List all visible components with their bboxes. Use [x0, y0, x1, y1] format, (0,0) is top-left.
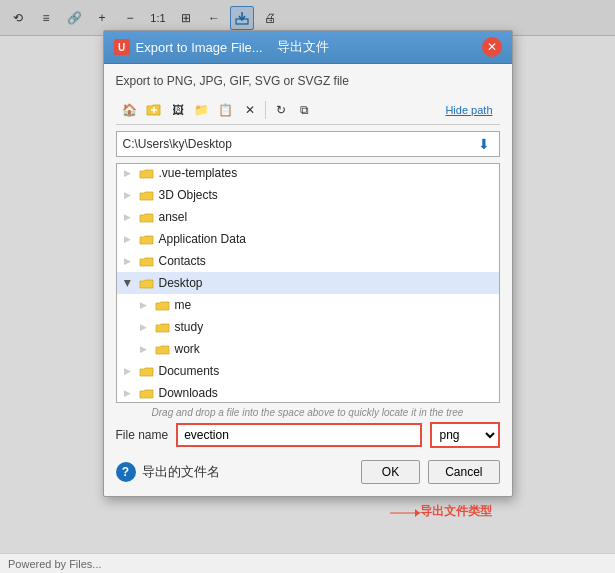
tree-chevron-contacts: ▶ [121, 254, 135, 268]
folder-icon-documents [139, 364, 155, 378]
export-dialog: U Export to Image File... 导出文件 ✕ Export … [103, 30, 513, 497]
tree-label-ansel: ansel [159, 210, 188, 224]
tree-chevron-desktop: ▶ [121, 276, 135, 290]
export-filename-label-zh: 导出的文件名 [142, 463, 220, 481]
dialog-close-button[interactable]: ✕ [482, 37, 502, 57]
tree-label-contacts: Contacts [159, 254, 206, 268]
tree-chevron-downloads: ▶ [121, 386, 135, 400]
folder-icon-study [155, 320, 171, 334]
folder-icon-3dobjects [139, 188, 155, 202]
annotation-type-text: 导出文件类型 [420, 503, 492, 520]
dialog-overlay: U Export to Image File... 导出文件 ✕ Export … [0, 0, 615, 573]
tree-label-documents: Documents [159, 364, 220, 378]
tree-chevron-study: ▶ [137, 320, 151, 334]
tree-item-me[interactable]: ▶ me [117, 294, 499, 316]
folder-icon-work [155, 342, 171, 356]
tree-item-appdata[interactable]: ▶ Application Data [117, 228, 499, 250]
tree-item-3dobjects[interactable]: ▶ 3D Objects [117, 184, 499, 206]
dtb-new-folder[interactable] [143, 99, 165, 121]
folder-icon-appdata [139, 232, 155, 246]
tree-label-work: work [175, 342, 200, 356]
tree-label-vue-templates: .vue-templates [159, 166, 238, 180]
tree-chevron-vue-templates: ▶ [121, 166, 135, 180]
app-icon: U [114, 39, 130, 55]
tree-label-study: study [175, 320, 204, 334]
new-folder-icon [146, 103, 162, 117]
tree-item-contacts[interactable]: ▶ Contacts [117, 250, 499, 272]
tree-item-work[interactable]: ▶ work [117, 338, 499, 360]
drag-hint: Drag and drop a file into the space abov… [116, 407, 500, 418]
action-buttons: OK Cancel [361, 460, 500, 484]
tree-chevron-me: ▶ [137, 298, 151, 312]
tree-chevron-appdata: ▶ [121, 232, 135, 246]
tree-label-downloads: Downloads [159, 386, 218, 400]
dtb-refresh[interactable]: ↻ [270, 99, 292, 121]
tree-chevron-ansel: ▶ [121, 210, 135, 224]
dtb-home[interactable]: 🏠 [119, 99, 141, 121]
ok-button[interactable]: OK [361, 460, 420, 484]
format-select[interactable]: pngjpggifsvgsvgz [430, 422, 500, 448]
dialog-title: Export to Image File... [136, 40, 263, 55]
current-path: C:\Users\ky\Desktop [123, 137, 232, 151]
tree-label-me: me [175, 298, 192, 312]
path-download-icon[interactable]: ⬇ [475, 135, 493, 153]
dtb-delete[interactable]: ✕ [239, 99, 261, 121]
tree-chevron-documents: ▶ [121, 364, 135, 378]
dialog-subtitle: Export to PNG, JPG, GIF, SVG or SVGZ fil… [116, 74, 500, 88]
dtb-folder[interactable]: 📁 [191, 99, 213, 121]
tree-label-appdata: Application Data [159, 232, 246, 246]
tree-item-downloads[interactable]: ▶ Downloads [117, 382, 499, 403]
tree-item-desktop[interactable]: ▶ Desktop [117, 272, 499, 294]
dialog-titlebar: U Export to Image File... 导出文件 ✕ [104, 31, 512, 64]
annotation-export-type: 导出文件类型 [390, 498, 510, 531]
dialog-body: Export to PNG, JPG, GIF, SVG or SVGZ fil… [104, 64, 512, 496]
dialog-title-left: U Export to Image File... 导出文件 [114, 38, 329, 56]
filename-input[interactable] [176, 423, 421, 447]
folder-icon-downloads [139, 386, 155, 400]
dialog-buttons-row: ? 导出的文件名 OK Cancel [116, 456, 500, 486]
path-bar: C:\Users\ky\Desktop ⬇ [116, 131, 500, 157]
tree-label-desktop: Desktop [159, 276, 203, 290]
tree-chevron-work: ▶ [137, 342, 151, 356]
status-text: Powered by Files... [8, 558, 102, 570]
help-section: ? 导出的文件名 [116, 462, 220, 482]
dialog-title-zh: 导出文件 [277, 38, 329, 56]
toolbar-separator [265, 101, 266, 119]
cancel-button[interactable]: Cancel [428, 460, 499, 484]
tree-label-3dobjects: 3D Objects [159, 188, 218, 202]
folder-icon-ansel [139, 210, 155, 224]
status-bar: Powered by Files... [0, 553, 615, 573]
file-tree[interactable]: ▶ .SwitchHosts▶ .tooling▶ .vscode-inside… [116, 163, 500, 403]
dtb-copy[interactable]: 📋 [215, 99, 237, 121]
filename-label: File name [116, 428, 169, 442]
tree-item-study[interactable]: ▶ study [117, 316, 499, 338]
dtb-image[interactable]: 🖼 [167, 99, 189, 121]
folder-icon-vue-templates [139, 166, 155, 180]
folder-icon-desktop [139, 276, 155, 290]
tree-item-documents[interactable]: ▶ Documents [117, 360, 499, 382]
help-button[interactable]: ? [116, 462, 136, 482]
tree-item-ansel[interactable]: ▶ ansel [117, 206, 499, 228]
folder-icon-me [155, 298, 171, 312]
hide-path-button[interactable]: Hide path [441, 102, 496, 118]
filename-row: File name pngjpggifsvgsvgz [116, 422, 500, 448]
dtb-more[interactable]: ⧉ [294, 99, 316, 121]
folder-icon-contacts [139, 254, 155, 268]
tree-chevron-3dobjects: ▶ [121, 188, 135, 202]
tree-item-vue-templates[interactable]: ▶ .vue-templates [117, 163, 499, 184]
dialog-file-toolbar: 🏠 🖼 📁 📋 ✕ ↻ ⧉ Hide path [116, 96, 500, 125]
